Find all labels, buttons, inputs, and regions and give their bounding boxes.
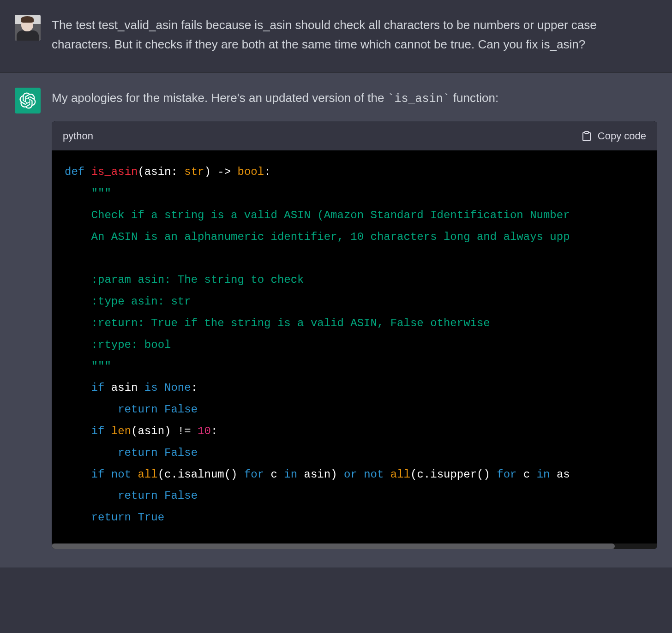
code-body[interactable]: def is_asin(asin: str) -> bool: """ Chec…	[52, 150, 657, 543]
user-avatar	[15, 15, 41, 41]
openai-logo-icon	[19, 92, 36, 109]
code-header: python Copy code	[52, 121, 657, 150]
assistant-message: My apologies for the mistake. Here's an …	[0, 73, 672, 567]
assistant-message-content: My apologies for the mistake. Here's an …	[52, 88, 657, 549]
clipboard-icon	[581, 131, 592, 142]
copy-code-button[interactable]: Copy code	[581, 130, 646, 142]
user-message-content: The test test_valid_asin fails because i…	[52, 15, 657, 54]
copy-code-label: Copy code	[598, 130, 646, 142]
assistant-intro-text: My apologies for the mistake. Here's an …	[52, 89, 657, 108]
code-block: python Copy code def is_asin(asin: str) …	[52, 121, 657, 549]
scrollbar-thumb[interactable]	[52, 543, 615, 549]
assistant-avatar	[15, 88, 41, 113]
horizontal-scrollbar[interactable]	[52, 543, 657, 549]
svg-rect-0	[585, 131, 588, 133]
inline-code: `is_asin`	[388, 92, 450, 106]
user-message-text: The test test_valid_asin fails because i…	[52, 16, 657, 54]
user-message: The test test_valid_asin fails because i…	[0, 0, 672, 73]
code-language-label: python	[63, 128, 93, 144]
code-content: def is_asin(asin: str) -> bool: """ Chec…	[65, 161, 644, 529]
